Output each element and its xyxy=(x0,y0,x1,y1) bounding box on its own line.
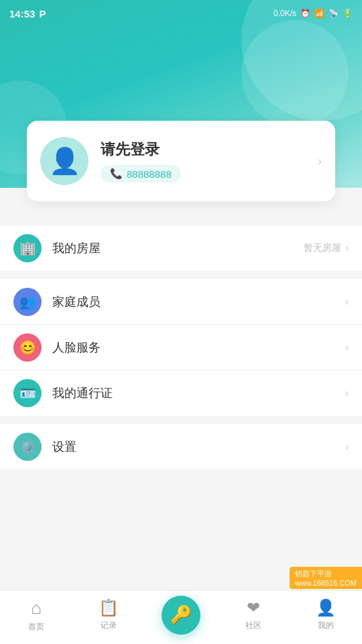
pass-arrow-icon: › xyxy=(345,387,349,399)
menu-section-house: 🏢 我的房屋 暂无房屋 › xyxy=(0,225,362,271)
profile-nav-icon: 👤 xyxy=(316,598,336,617)
face-icon-wrap: 😊 xyxy=(13,333,42,362)
my-house-status: 暂无房屋 xyxy=(304,242,341,254)
settings-arrow-icon: › xyxy=(345,441,349,453)
menu-section-services: 👥 家庭成员 › 😊 人脸服务 › 🪪 我的通行证 › xyxy=(0,279,362,416)
my-house-icon-wrap: 🏢 xyxy=(13,234,42,262)
menu-item-face[interactable]: 😊 人脸服务 › xyxy=(0,325,362,370)
settings-icon-wrap: ⚙️ xyxy=(13,433,42,461)
records-nav-icon: 📋 xyxy=(99,598,119,617)
community-nav-icon: ❤ xyxy=(247,598,260,617)
status-right: 0.0K/s ⏰ 📶 📡 🔋 xyxy=(274,9,353,18)
wifi-icon: 📡 xyxy=(328,9,339,18)
profile-nav-label: 我的 xyxy=(318,620,334,631)
status-parking: P xyxy=(39,8,46,19)
pass-icon: 🪪 xyxy=(19,385,36,401)
face-arrow-icon: › xyxy=(345,341,349,354)
family-arrow-icon: › xyxy=(345,296,349,308)
my-house-label: 我的房屋 xyxy=(52,240,304,256)
face-service-icon: 😊 xyxy=(19,339,36,356)
family-label: 家庭成员 xyxy=(52,294,345,310)
records-nav-label: 记录 xyxy=(101,620,117,631)
status-left: 14:53 P xyxy=(9,8,46,19)
status-speed: 0.0K/s xyxy=(274,9,296,18)
menu-item-family[interactable]: 👥 家庭成员 › xyxy=(0,279,362,325)
status-bar: 14:53 P 0.0K/s ⏰ 📶 📡 🔋 xyxy=(0,0,362,27)
menu-item-pass[interactable]: 🪪 我的通行证 › xyxy=(0,370,362,416)
settings-gear-icon: ⚙️ xyxy=(19,439,36,455)
my-house-icon: 🏢 xyxy=(19,240,36,256)
avatar: 👤 xyxy=(40,137,88,185)
family-icon-wrap: 👥 xyxy=(13,288,42,316)
home-nav-icon: ⌂ xyxy=(31,598,42,619)
home-nav-label: 首页 xyxy=(28,621,44,633)
pass-label: 我的通行证 xyxy=(52,385,345,401)
pass-icon-wrap: 🪪 xyxy=(13,379,42,407)
status-time: 14:53 xyxy=(9,8,35,19)
menu-section-settings: ⚙️ 设置 › xyxy=(0,424,362,470)
signal-icon: 📶 xyxy=(314,9,324,18)
battery-icon: 🔋 xyxy=(343,9,353,18)
watermark-text: 钥匙下平游www.168516.COM xyxy=(295,570,357,587)
profile-info: 请先登录 📞 88888888 xyxy=(101,140,311,182)
settings-label: 设置 xyxy=(52,439,345,455)
bottom-nav: ⌂ 首页 📋 记录 🔑 ❤ 社区 👤 我的 xyxy=(0,590,362,644)
lock-nav-icon: 🔑 xyxy=(170,604,192,625)
deco-circle-2 xyxy=(241,20,349,127)
profile-arrow-icon: › xyxy=(318,154,322,168)
login-prompt: 请先登录 xyxy=(101,140,311,160)
nav-item-profile[interactable]: 👤 我的 xyxy=(290,598,362,637)
profile-phone: 📞 88888888 xyxy=(101,165,181,182)
nav-item-home[interactable]: ⌂ 首页 xyxy=(0,598,72,638)
menu-item-settings[interactable]: ⚙️ 设置 › xyxy=(0,424,362,470)
alarm-icon: ⏰ xyxy=(300,9,310,18)
avatar-icon: 👤 xyxy=(49,146,80,176)
menu-item-my-house[interactable]: 🏢 我的房屋 暂无房屋 › xyxy=(0,225,362,271)
main-content: 🏢 我的房屋 暂无房屋 › 👥 家庭成员 › 😊 人脸服务 › 🪪 我 xyxy=(0,215,362,590)
my-house-arrow-icon: › xyxy=(345,242,349,254)
nav-center: 🔑 xyxy=(145,596,217,640)
nav-center-button[interactable]: 🔑 xyxy=(162,596,200,635)
face-label: 人脸服务 xyxy=(52,339,345,356)
community-nav-label: 社区 xyxy=(245,620,261,631)
family-icon: 👥 xyxy=(19,294,36,310)
nav-item-records[interactable]: 📋 记录 xyxy=(72,598,145,637)
nav-item-community[interactable]: ❤ 社区 xyxy=(217,598,290,637)
phone-number: 88888888 xyxy=(127,168,172,180)
watermark: 钥匙下平游www.168516.COM xyxy=(290,567,362,589)
phone-icon: 📞 xyxy=(110,168,123,180)
profile-card[interactable]: 👤 请先登录 📞 88888888 › xyxy=(27,121,335,201)
